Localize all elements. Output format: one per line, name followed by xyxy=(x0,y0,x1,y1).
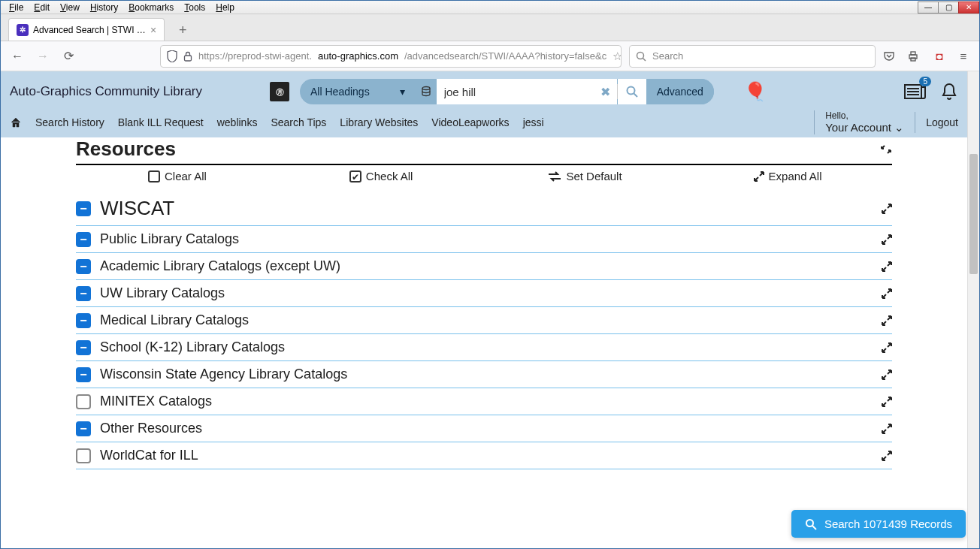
scroll-thumb[interactable] xyxy=(969,154,978,274)
menu-file[interactable]: File xyxy=(4,2,29,14)
toggle-minus-icon[interactable]: − xyxy=(76,232,91,247)
search-type-dropdown[interactable]: All Headings ▾ xyxy=(300,79,416,104)
nav-jessi[interactable]: jessi xyxy=(523,116,544,128)
row-expand-icon[interactable] xyxy=(882,424,892,434)
clear-all-button[interactable]: Clear All xyxy=(148,170,207,182)
clear-search-icon[interactable]: ✖ xyxy=(594,79,617,104)
app-header: Auto-Graphics Community Library ㊊ All He… xyxy=(1,71,967,137)
search-go-icon[interactable] xyxy=(618,79,646,104)
resource-label: MINITEX Catalogs xyxy=(100,394,212,409)
row-expand-icon[interactable] xyxy=(882,204,892,214)
maximize-button[interactable]: ▢ xyxy=(938,2,959,14)
print-icon[interactable] xyxy=(907,50,924,62)
row-expand-icon[interactable] xyxy=(882,261,892,272)
tab-title: Advanced Search | STWI | AAAA xyxy=(33,25,146,35)
svg-point-1 xyxy=(637,52,644,59)
toolbar: ← → ⟳ https://preprod-stwi-agent.auto-gr… xyxy=(1,41,979,71)
window-controls: — ▢ ✕ xyxy=(918,2,979,14)
home-icon[interactable] xyxy=(10,116,22,128)
toggle-minus-icon[interactable]: − xyxy=(76,201,91,216)
database-icon[interactable] xyxy=(416,79,437,104)
resource-row: −Wisconsin State Agency Library Catalogs xyxy=(76,361,892,388)
menu-bookmarks[interactable]: Bookmarks xyxy=(123,2,179,14)
tab-close-icon[interactable]: × xyxy=(150,24,156,36)
search-icon xyxy=(805,518,817,530)
menu-tools[interactable]: Tools xyxy=(179,2,210,14)
menu-help[interactable]: Help xyxy=(210,2,240,14)
menu-edit[interactable]: Edit xyxy=(29,2,55,14)
reload-button[interactable]: ⟳ xyxy=(59,49,77,63)
page-viewport: Auto-Graphics Community Library ㊊ All He… xyxy=(1,71,979,548)
menu-view[interactable]: View xyxy=(55,2,85,14)
nav-weblinks[interactable]: weblinks xyxy=(217,116,258,128)
row-expand-icon[interactable] xyxy=(882,342,892,353)
language-icon[interactable]: ㊊ xyxy=(270,82,289,101)
back-button[interactable]: ← xyxy=(8,50,26,63)
toggle-checkbox[interactable] xyxy=(76,394,91,409)
nav-blank-ill[interactable]: Blank ILL Request xyxy=(118,116,204,128)
tab-strip: ✲ Advanced Search | STWI | AAAA × + xyxy=(1,14,979,41)
toggle-minus-icon[interactable]: − xyxy=(76,421,91,436)
browser-tab[interactable]: ✲ Advanced Search | STWI | AAAA × xyxy=(8,18,165,41)
expand-all-button[interactable]: Expand All xyxy=(754,170,822,182)
scrollbar[interactable] xyxy=(967,71,979,548)
toggle-minus-icon[interactable]: − xyxy=(76,340,91,355)
collapse-all-icon[interactable] xyxy=(880,143,892,155)
action-row: Clear All Check All Set Default Expand A… xyxy=(76,165,892,192)
balloon-icon[interactable]: 🎈 xyxy=(744,81,767,102)
extension-icon[interactable]: ◘ xyxy=(931,50,948,62)
lock-icon xyxy=(183,51,192,62)
nav-videoleapworks[interactable]: VideoLeapworks xyxy=(431,116,509,128)
row-expand-icon[interactable] xyxy=(882,288,892,299)
menu-history[interactable]: History xyxy=(85,2,123,14)
resource-row: −UW Library Catalogs xyxy=(76,280,892,307)
set-default-button[interactable]: Set Default xyxy=(548,170,622,182)
row-expand-icon[interactable] xyxy=(882,370,892,380)
os-menubar: File Edit View History Bookmarks Tools H… xyxy=(1,2,240,14)
hamburger-menu-icon[interactable]: ≡ xyxy=(955,50,972,62)
swap-icon xyxy=(548,171,561,182)
row-expand-icon[interactable] xyxy=(882,315,892,326)
search-input[interactable] xyxy=(437,79,594,104)
url-prefix: https://preprod-stwi-agent. xyxy=(198,50,312,62)
resource-row: −Medical Library Catalogs xyxy=(76,307,892,334)
address-bar[interactable]: https://preprod-stwi-agent.auto-graphics… xyxy=(160,45,622,68)
toggle-minus-icon[interactable]: − xyxy=(76,259,91,274)
check-all-button[interactable]: Check All xyxy=(349,170,413,182)
svg-point-7 xyxy=(627,87,634,95)
toggle-minus-icon[interactable]: − xyxy=(76,367,91,382)
pocket-icon[interactable] xyxy=(883,50,900,62)
resources-panel: Resources Clear All Check All Set Defaul… xyxy=(1,137,967,469)
search-cluster: All Headings ▾ ✖ Advanced xyxy=(300,79,714,104)
toggle-checkbox[interactable] xyxy=(76,448,91,463)
resource-row: −Academic Library Catalogs (except UW) xyxy=(76,253,892,280)
bell-icon[interactable] xyxy=(940,82,958,101)
new-tab-button[interactable]: + xyxy=(172,20,193,41)
url-path: /advancedsearch/STWI/AAAA?history=false&… xyxy=(404,50,606,62)
bookmark-star-icon[interactable]: ☆ xyxy=(612,50,622,63)
row-expand-icon[interactable] xyxy=(882,234,892,245)
clear-all-label: Clear All xyxy=(165,170,207,182)
toggle-minus-icon[interactable]: − xyxy=(76,313,91,328)
nav-search-tips[interactable]: Search Tips xyxy=(271,116,326,128)
account-dropdown[interactable]: Hello, Your Account ⌄ xyxy=(825,110,904,134)
nav-row: Search History Blank ILL Request weblink… xyxy=(10,107,958,137)
row-expand-icon[interactable] xyxy=(882,397,892,407)
browser-search-box[interactable]: Search xyxy=(629,45,876,68)
forward-button[interactable]: → xyxy=(34,50,52,63)
url-domain: auto-graphics.com xyxy=(318,50,398,62)
toggle-minus-icon[interactable]: − xyxy=(76,286,91,301)
resource-label: UW Library Catalogs xyxy=(100,285,225,301)
close-button[interactable]: ✕ xyxy=(958,2,979,14)
expand-icon xyxy=(754,171,764,182)
nav-search-history[interactable]: Search History xyxy=(35,116,104,128)
minimize-button[interactable]: — xyxy=(918,2,939,14)
logout-link[interactable]: Logout xyxy=(915,112,958,133)
row-expand-icon[interactable] xyxy=(882,451,892,461)
nav-library-websites[interactable]: Library Websites xyxy=(340,116,418,128)
group-label: WISCAT xyxy=(100,197,174,220)
search-records-button[interactable]: Search 1071439 Records xyxy=(791,510,966,538)
news-icon[interactable]: 5 xyxy=(904,83,927,101)
svg-point-13 xyxy=(806,520,813,526)
advanced-search-button[interactable]: Advanced xyxy=(646,79,714,104)
